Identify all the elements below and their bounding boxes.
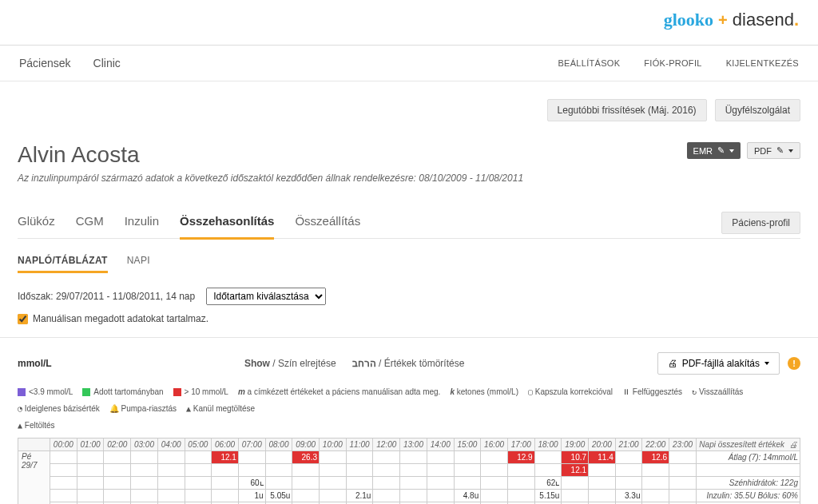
patient-subtitle: Az inzulinpumpáról származó adatok a köv…	[18, 173, 800, 184]
chevron-down-icon	[788, 149, 793, 153]
main-nav: Páciensek Clinic BEÁLLÍTÁSOK FIÓK-PROFIL…	[0, 46, 818, 81]
compress-toggle[interactable]: / Értékek tömörítése	[379, 358, 464, 369]
hour-header: 03:00	[131, 439, 158, 451]
nav-patients[interactable]: Páciensek	[19, 57, 71, 69]
legend-cannula: ▲ Kanül megtöltése	[186, 404, 255, 413]
hour-header: 14:00	[427, 439, 454, 451]
hour-header: 17:00	[507, 439, 534, 451]
emr-menu[interactable]: EMR ✎	[687, 142, 741, 159]
manual-checkbox[interactable]	[18, 314, 28, 324]
hour-header: 16:00	[481, 439, 508, 451]
export-pdf-button[interactable]: 🖨 PDF-fájllá alakítás	[657, 352, 780, 375]
table-row: 1u5.05u2.1u4.8u5.15u3.3uInzulin: 35.5U B…	[18, 490, 800, 502]
hour-header: 11:00	[346, 439, 373, 451]
recent-updates-button[interactable]: Legutóbbi frissítések (Máj. 2016)	[547, 99, 707, 121]
subtabs: NAPLÓ/TÁBLÁZAT NAPI	[18, 252, 800, 273]
tab-comparison[interactable]: Összehasonlítás	[180, 208, 274, 240]
legend-swatch-hi	[173, 388, 181, 396]
tab-compilation[interactable]: Összeállítás	[295, 208, 360, 238]
table-row: Pé 29/712.126.312.910.711.412.6Átlag (7)…	[18, 451, 800, 464]
manual-checkbox-row[interactable]: Manuálisan megadott adatokat tartalmaz.	[18, 313, 800, 324]
duration-select[interactable]: Időtartam kiválasztása	[206, 288, 326, 305]
period-label: Időszak: 29/07/2011 - 11/08/2011, 14 nap	[18, 291, 195, 302]
pencil-icon: ✎	[717, 145, 725, 156]
pencil-icon: ✎	[776, 145, 784, 156]
nav-account[interactable]: FIÓK-PROFIL	[644, 58, 701, 68]
day-label: Pé 29/7	[18, 451, 50, 505]
hour-header: 12:00	[373, 439, 400, 451]
hour-header: 06:00	[212, 439, 239, 451]
brand-plus: +	[718, 11, 728, 30]
hour-header: 19:00	[562, 439, 589, 451]
hour-header: 00:00	[50, 439, 77, 451]
table-row: 12.1	[18, 464, 800, 477]
warning-icon[interactable]: !	[788, 357, 800, 370]
print-icon: 🖨	[668, 358, 677, 369]
view-toggles: Show / Szín elrejtése הרחב / Értékek töm…	[52, 358, 657, 369]
pdf-menu[interactable]: PDF ✎	[747, 142, 800, 159]
hour-header: 01:00	[77, 439, 104, 451]
summary-header: Napi összesített értékek 🖨	[697, 439, 800, 451]
hour-header: 05:00	[185, 439, 212, 451]
hour-header: 18:00	[534, 439, 562, 451]
chevron-down-icon	[729, 149, 734, 153]
hour-header: 08:00	[265, 439, 292, 451]
tabs: Glükóz CGM Inzulin Összehasonlítás Össze…	[18, 208, 360, 238]
tab-glucose[interactable]: Glükóz	[18, 208, 55, 238]
print-icon[interactable]: 🖨	[789, 440, 797, 449]
support-button[interactable]: Ügyfélszolgálat	[715, 99, 800, 121]
hide-colors-toggle[interactable]: / Szín elrejtése	[272, 358, 336, 369]
hour-header: 09:00	[292, 439, 320, 451]
hour-header: 21:00	[615, 439, 642, 451]
content-card: Legutóbbi frissítések (Máj. 2016) Ügyfél…	[0, 81, 818, 504]
hour-header: 22:00	[642, 439, 669, 451]
brand-diasend: diasend	[733, 10, 794, 30]
table-header-row: 00:0001:0002:0003:0004:0005:0006:0007:00…	[18, 439, 800, 451]
table-row: 60ʟ62ʟSzénhidrátok: 122g	[18, 477, 800, 490]
hour-header: 04:00	[157, 439, 185, 451]
legend-swatch-low	[18, 388, 26, 396]
unit-label: mmol/L	[18, 358, 52, 369]
tab-insulin[interactable]: Inzulin	[125, 208, 159, 238]
legend-tempbasal: ◔ Ideiglenes bázisérték	[18, 404, 100, 413]
patient-profile-button[interactable]: Páciens-profil	[721, 212, 800, 234]
nav-logout[interactable]: KIJELENTKEZÉS	[726, 58, 799, 68]
legend: <3.9 mmol/L Adott tartományban > 10 mmol…	[18, 387, 800, 430]
hour-header: 13:00	[400, 439, 427, 451]
brand-dot: .	[794, 10, 799, 30]
chevron-down-icon	[764, 362, 769, 365]
hour-header: 07:00	[238, 439, 265, 451]
brand-glooko: glooko	[664, 10, 713, 30]
legend-capsule: ▢ Kapszula korrekcióval	[528, 387, 613, 396]
hour-header: 23:00	[669, 439, 697, 451]
nav-clinic[interactable]: Clinic	[93, 57, 121, 69]
subtab-logtable[interactable]: NAPLÓ/TÁBLÁZAT	[18, 252, 108, 273]
log-table: 00:0001:0002:0003:0004:0005:0006:0007:00…	[18, 438, 800, 504]
legend-suspend: ⏸ Felfüggesztés	[622, 387, 682, 396]
hour-header: 02:00	[104, 439, 131, 451]
nav-settings[interactable]: BEÁLLÍTÁSOK	[558, 58, 620, 68]
divider	[0, 337, 818, 338]
hour-header: 15:00	[454, 439, 481, 451]
hour-header: 20:00	[589, 439, 616, 451]
legend-swatch-ok	[82, 388, 90, 396]
patient-name: Alvin Acosta	[18, 142, 140, 168]
legend-resume: ↻ Visszaállítás	[692, 387, 743, 396]
brand-bar: glooko + diasend.	[0, 0, 818, 46]
expand-toggle[interactable]: הרחב	[352, 358, 376, 369]
hour-header: 10:00	[320, 439, 347, 451]
subtab-daily[interactable]: NAPI	[127, 252, 150, 273]
tab-cgm[interactable]: CGM	[76, 208, 104, 238]
legend-pump-alarm: 🔔 Pumpa-riasztás	[109, 404, 177, 413]
show-toggle[interactable]: Show	[244, 358, 270, 369]
